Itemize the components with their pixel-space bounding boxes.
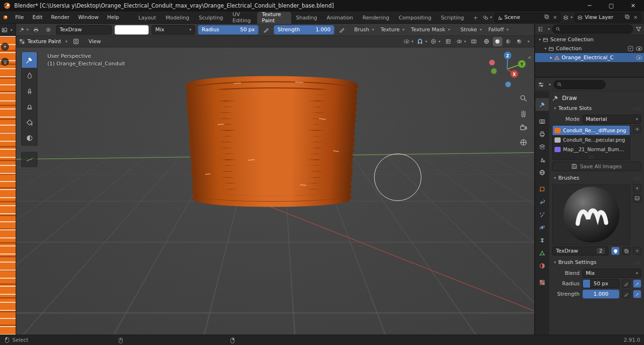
collection-visibility-eye-icon[interactable] [636,46,642,51]
workspace-tab-texture-paint[interactable]: Texture Paint [257,12,291,24]
shading-material-button[interactable] [504,37,513,46]
texture-slots-panel-header[interactable]: ▾ Texture Slots :::: [552,103,641,113]
menu-file[interactable]: File [11,11,28,24]
fake-user-shield-button[interactable] [611,247,619,255]
tool-clone[interactable] [21,99,37,115]
properties-tab-physics[interactable] [536,221,549,234]
mode-dropdown[interactable]: Texture Paint ▾ [19,38,67,45]
radius-slider[interactable]: 50 px [582,279,619,288]
radius-pressure-button[interactable] [622,280,630,288]
blend-dropdown[interactable]: Mix▾ [582,269,641,278]
texture-mask-popover[interactable]: Texture Mask▾ [411,27,450,33]
maximize-button[interactable]: ▢ [600,0,622,11]
gizmo-y-neg-axis[interactable] [491,68,497,74]
brush-preview-box[interactable] [552,184,630,245]
gizmo-z-neg-axis[interactable] [505,82,511,87]
properties-tab-modifiers[interactable] [536,195,549,208]
brush-settings-panel-header[interactable]: ▾ Brush Settings :::: [552,257,641,267]
outliner-editor-caret-icon[interactable]: ▾ [548,27,550,31]
browse-scene-button[interactable]: ▾ [483,13,492,22]
blender-menu-icon[interactable] [3,14,8,21]
workspace-tab-shading[interactable]: Shading [291,12,322,24]
unified-strength-toggle[interactable] [633,290,641,298]
tool-mask[interactable] [21,130,37,146]
unlink-brush-button[interactable]: × [633,247,641,255]
strip-pan-button[interactable] [1,58,9,66]
paint-mask-toggle[interactable] [71,37,80,46]
image-editor-icon[interactable] [1,27,8,33]
properties-tab-material[interactable] [536,259,549,272]
tool-fill[interactable] [21,115,37,130]
camera-view-button[interactable] [517,121,529,134]
properties-tab-scene[interactable] [536,153,549,166]
properties-tab-object[interactable] [536,182,549,195]
radius-pressure-button[interactable] [261,25,271,35]
mode-dropdown-material[interactable]: Material▾ [582,115,641,124]
blend-mode-dropdown[interactable]: Mix▾ [152,25,195,35]
radius-slider[interactable]: Radius 50 px [198,25,259,35]
outliner-search-field[interactable] [552,25,633,34]
properties-tab-tool[interactable] [536,98,549,111]
properties-search-field[interactable] [554,80,606,89]
minimize-button[interactable]: ─ [579,0,600,11]
view-menu[interactable]: View [84,36,105,48]
workspace-tab-layout[interactable]: Layout [134,12,161,24]
outliner-editor-icon[interactable] [537,26,544,32]
properties-tab-particles[interactable] [536,208,549,221]
strength-slider[interactable]: Strength 1.000 [274,25,334,35]
brush-datablock-icon[interactable] [44,25,53,35]
menu-edit[interactable]: Edit [28,11,46,24]
pan-button[interactable] [517,107,529,119]
outliner-row-scene-collection[interactable]: ▾ Scene Collection [535,35,644,44]
view-layer-selector[interactable]: View Layer × [575,13,641,22]
editor-type-caret-icon[interactable]: ▾ [10,28,12,32]
ortho-toggle-button[interactable] [517,136,529,148]
shading-wireframe-button[interactable] [482,37,492,46]
sidebar-toggle-arrow[interactable]: < [528,55,531,60]
scene-selector[interactable]: Scene × [494,13,561,22]
tool-annotate[interactable] [21,152,37,167]
tool-draw[interactable] [21,52,37,68]
filter-funnel-icon[interactable] [635,26,642,32]
properties-tab-render[interactable] [536,115,549,127]
tool-smear[interactable] [21,83,37,99]
strength-pressure-button[interactable] [337,25,347,35]
brushes-panel-header[interactable]: ▾ Brushes :::: [552,173,641,183]
strength-pressure-button[interactable] [622,290,630,298]
unified-radius-toggle[interactable] [633,280,641,288]
brush-preview-dropdown-button[interactable]: ▾ [633,184,641,192]
brush-preview-image-button[interactable] [633,194,641,202]
brush-name-field[interactable]: TexDraw [56,25,112,35]
zoom-button[interactable] [517,92,529,104]
properties-tab-world[interactable] [536,166,549,179]
shading-popover-caret-icon[interactable]: ▾ [528,39,529,44]
outliner-row-object[interactable]: ▸ Orange_Electrical_C [535,53,644,62]
image-editor-strip[interactable]: ▾ + [0,24,16,335]
workspace-tab-sculpting[interactable]: Sculpting [194,12,228,24]
properties-tab-view-layer[interactable] [536,140,549,153]
strength-slider[interactable]: 1.000 [582,290,619,299]
new-scene-icon[interactable] [543,14,550,21]
tool-icon-button[interactable]: ▾ [19,25,28,35]
properties-tab-texture[interactable] [536,276,549,289]
show-gizmo-toggle[interactable] [444,37,453,46]
brush-color-swatch[interactable] [115,25,149,35]
brush-popover[interactable]: Brush▾ [354,27,374,33]
conduit-coil-object[interactable] [177,75,367,212]
add-texture-slot-button[interactable]: + [633,125,641,133]
brush-preview-button[interactable] [31,25,41,35]
menu-help[interactable]: Help [103,11,123,24]
new-view-layer-icon[interactable] [624,14,630,21]
texture-slot-item[interactable]: Conduit_Re...pecular.png [553,135,630,145]
object-visibility-eye-icon[interactable] [636,55,642,60]
close-button[interactable]: ✕ [622,0,644,11]
brush-name-field[interactable]: TexDraw 2 [552,246,608,255]
workspace-tab-compositing[interactable]: Compositing [394,12,436,24]
menu-render[interactable]: Render [47,11,74,24]
view-layer-button[interactable]: ▾ [563,13,572,22]
gizmo-x-neg-axis[interactable] [489,60,495,65]
workspace-tab-scripting[interactable]: Scripting [436,12,469,24]
properties-tab-object-data[interactable] [536,246,549,259]
shading-rendered-button[interactable] [515,37,524,46]
brush-user-count[interactable]: 2 [597,248,605,254]
